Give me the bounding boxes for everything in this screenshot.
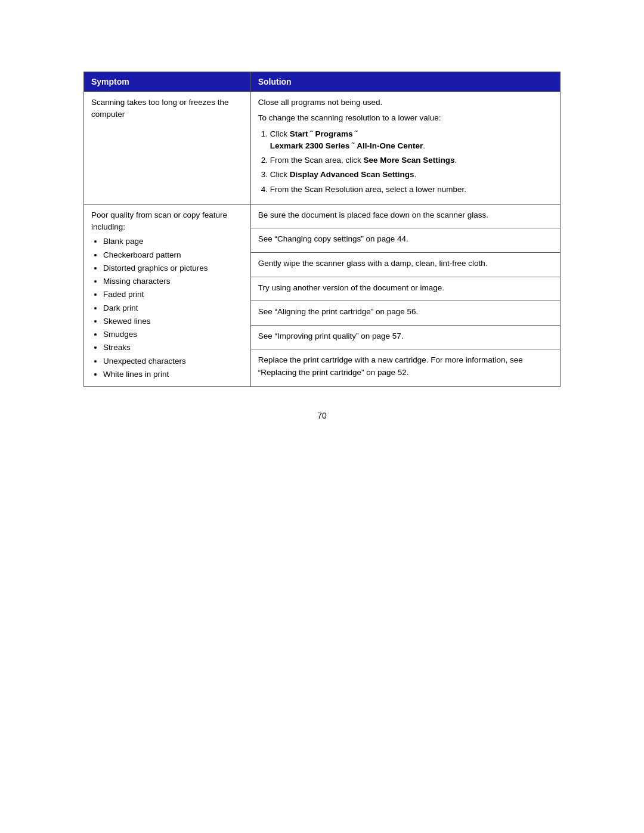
solution-text: See “Improving print quality” on page 57…: [258, 332, 404, 340]
list-item: Dark print: [103, 302, 243, 314]
solution-text: Be sure the document is placed face down…: [258, 210, 488, 219]
solution-text: Close all programs not being used.: [258, 97, 553, 109]
list-item: Unexpected characters: [103, 355, 243, 367]
list-item: Checkerboard pattern: [103, 249, 243, 261]
page-number: 70: [317, 411, 327, 420]
symptom-bullet-list: Blank page Checkerboard pattern Distorte…: [91, 236, 243, 380]
solution-cell: See “Aligning the print cartridge” on pa…: [250, 301, 560, 326]
symptom-quality-text: Poor quality from scan or copy feature i…: [91, 210, 227, 231]
step-4: From the Scan Resolution area, select a …: [270, 184, 553, 196]
solution-cell: Replace the print cartridge with a new c…: [250, 349, 560, 387]
solution-cell: See “Changing copy settings” on page 44.: [250, 228, 560, 253]
solution-cell: Try using another version of the documen…: [250, 277, 560, 301]
step-2: From the Scan area, click See More Scan …: [270, 154, 553, 166]
solution-cell: Gently wipe the scanner glass with a dam…: [250, 252, 560, 277]
list-item: Streaks: [103, 342, 243, 354]
solution-text: Try using another version of the documen…: [258, 283, 444, 292]
solution-header: Solution: [250, 72, 560, 92]
solution-text: See “Aligning the print cartridge” on pa…: [258, 307, 419, 316]
solution-block: Close all programs not being used. To ch…: [258, 97, 553, 196]
page-content: Symptom Solution Scanning takes too long…: [83, 72, 561, 420]
symptom-header: Symptom: [84, 72, 251, 92]
list-item: Missing characters: [103, 275, 243, 287]
list-item: Skewed lines: [103, 315, 243, 327]
symptom-cell: Scanning takes too long or freezes the c…: [84, 92, 251, 205]
symptom-cell-quality: Poor quality from scan or copy feature i…: [84, 204, 251, 386]
solution-cell: Be sure the document is placed face down…: [250, 204, 560, 228]
step-1: Click Start ˜ Programs ˜Lexmark 2300 Ser…: [270, 128, 553, 153]
solution-text: Gently wipe the scanner glass with a dam…: [258, 259, 488, 268]
table-row: Scanning takes too long or freezes the c…: [84, 92, 561, 205]
solution-steps: Click Start ˜ Programs ˜Lexmark 2300 Ser…: [258, 128, 553, 196]
list-item: Faded print: [103, 289, 243, 301]
solution-cell: Close all programs not being used. To ch…: [250, 92, 560, 205]
list-item: Smudges: [103, 329, 243, 340]
solution-intro: To change the scanning resolution to a l…: [258, 112, 553, 124]
list-item: Distorted graphics or pictures: [103, 262, 243, 274]
list-item: White lines in print: [103, 368, 243, 380]
main-table: Symptom Solution Scanning takes too long…: [83, 72, 561, 387]
list-item: Blank page: [103, 236, 243, 247]
symptom-text: Scanning takes too long or freezes the c…: [91, 98, 228, 119]
solution-text: Replace the print cartridge with a new c…: [258, 355, 523, 376]
table-row: Poor quality from scan or copy feature i…: [84, 204, 561, 228]
step-3: Click Display Advanced Scan Settings.: [270, 169, 553, 181]
solution-cell: See “Improving print quality” on page 57…: [250, 325, 560, 349]
solution-text: See “Changing copy settings” on page 44.: [258, 234, 408, 243]
